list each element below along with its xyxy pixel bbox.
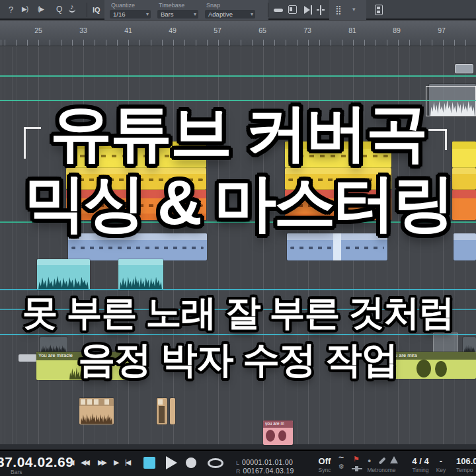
clip-header bbox=[79, 398, 114, 406]
audio-clip-cyan[interactable] bbox=[37, 259, 90, 290]
position-display[interactable]: 37.04.02.69 bbox=[0, 454, 73, 470]
clip-header bbox=[118, 259, 163, 265]
return-to-start-button[interactable]: |◀ bbox=[125, 459, 130, 466]
daw-window: ? ▶) (▶ Q ♪ IQ Quantize 1/16 ▾ Timebase … bbox=[0, 0, 476, 476]
waveform bbox=[120, 272, 162, 290]
waveform-blob bbox=[278, 430, 286, 441]
loop-end-tag: R bbox=[236, 468, 241, 475]
loop-button[interactable] bbox=[208, 458, 223, 468]
fade-curve-icon[interactable]: ~ bbox=[338, 452, 344, 463]
waveform bbox=[159, 406, 165, 423]
toolbar-separator bbox=[87, 3, 87, 17]
bar-number: 49 bbox=[169, 26, 177, 34]
timebase-dropdown[interactable]: Bars ▾ bbox=[157, 10, 198, 19]
key-label: Key bbox=[433, 467, 449, 473]
audio-clip-tan[interactable] bbox=[79, 398, 114, 424]
bar-number: 73 bbox=[303, 26, 311, 34]
toolbar-separator bbox=[268, 3, 268, 17]
tempo-label: Tempo bbox=[456, 467, 473, 473]
pill-icon[interactable] bbox=[274, 9, 283, 12]
waveform bbox=[38, 272, 89, 290]
arrange-view[interactable]: You are miracle u are mira bbox=[0, 47, 476, 450]
position-unit-label: Bars bbox=[11, 469, 22, 475]
snap-label: Snap bbox=[206, 2, 220, 9]
grid-dots-icon[interactable]: ⣿ bbox=[335, 5, 342, 14]
header-chip bbox=[104, 399, 109, 405]
automation-line-teal[interactable] bbox=[0, 75, 476, 77]
metronome-triangle-icon[interactable] bbox=[390, 456, 398, 463]
quantize-label: Quantize bbox=[111, 2, 135, 9]
quantize-strength-icon[interactable]: ♪ bbox=[69, 3, 75, 13]
loop-end-value: 00167.04.03.19 bbox=[243, 467, 294, 475]
tempo-value[interactable]: 106.00 bbox=[456, 456, 476, 466]
top-toolbar: ? ▶) (▶ Q ♪ IQ Quantize 1/16 ▾ Timebase … bbox=[0, 0, 476, 20]
small-clip-fragment[interactable] bbox=[455, 64, 473, 73]
punch-in-icon[interactable]: ▶) bbox=[22, 6, 28, 13]
chevron-down-icon: ▾ bbox=[251, 10, 253, 19]
timing-label: Timing bbox=[409, 467, 432, 473]
stop-button[interactable] bbox=[143, 457, 155, 469]
header-chip bbox=[94, 399, 99, 405]
audio-clip-blue[interactable] bbox=[68, 233, 207, 260]
time-signature-value[interactable]: 4 / 4 bbox=[409, 456, 432, 466]
sync-value[interactable]: Off bbox=[313, 456, 336, 466]
automation-line-cyan[interactable] bbox=[0, 289, 476, 290]
bar-number: 89 bbox=[393, 26, 401, 34]
overlay-subtitle-line1: 못 부른 노래 잘 부른 것처럼 bbox=[0, 294, 476, 331]
prev-bar-button[interactable]: ◀ bbox=[69, 459, 74, 466]
bar-number: 65 bbox=[258, 26, 266, 34]
audio-clip-blue[interactable] bbox=[454, 233, 476, 260]
record-button[interactable] bbox=[186, 457, 196, 468]
quantize-toggle-icon[interactable]: Q bbox=[56, 5, 62, 13]
split-cursor-icon[interactable] bbox=[320, 5, 321, 15]
clip-header bbox=[37, 259, 90, 265]
snap-dropdown[interactable]: Adaptive ▾ bbox=[205, 10, 255, 19]
waveform bbox=[81, 411, 112, 424]
play-button[interactable] bbox=[166, 456, 177, 469]
next-bar-button[interactable]: ▶ bbox=[114, 459, 119, 466]
playhead-highlight bbox=[333, 233, 341, 260]
precount-dot-icon[interactable]: ● bbox=[368, 457, 371, 464]
header-chip bbox=[81, 399, 85, 405]
audio-clip-tan-small[interactable] bbox=[157, 398, 167, 424]
timeline-ruler[interactable]: 25 33 41 49 57 65 73 81 89 97 bbox=[0, 21, 476, 46]
overlay-title-line2: 믹싱 & 마스터링 bbox=[0, 171, 476, 236]
audio-clip-cyan[interactable] bbox=[118, 259, 163, 290]
chevron-down-icon[interactable]: ▾ bbox=[352, 7, 356, 13]
rewind-button[interactable]: ◀◀ bbox=[81, 459, 88, 466]
arrow-bar-icon[interactable] bbox=[304, 6, 310, 14]
loop-end-display[interactable]: R00167.04.03.19 bbox=[236, 464, 294, 476]
film-strip-icon[interactable] bbox=[375, 5, 383, 15]
timebase-value: Bars bbox=[161, 11, 174, 18]
key-value[interactable]: - bbox=[435, 456, 447, 466]
header-chip bbox=[158, 399, 163, 405]
iq-label: IQ bbox=[93, 7, 100, 14]
bar-number: 41 bbox=[124, 26, 132, 34]
bar-number: 81 bbox=[348, 26, 356, 34]
quantize-value: 1/16 bbox=[113, 11, 126, 18]
snap-value: Adaptive bbox=[208, 11, 233, 18]
metronome-label: Metronome bbox=[361, 467, 402, 473]
bar-number: 25 bbox=[34, 26, 42, 34]
timebase-label: Timebase bbox=[159, 2, 184, 9]
punch-out-icon[interactable]: (▶ bbox=[38, 6, 44, 13]
bar-number: 33 bbox=[79, 26, 87, 34]
quantize-dropdown[interactable]: 1/16 ▾ bbox=[110, 10, 151, 19]
clip-header: you are m bbox=[263, 420, 293, 428]
wrench-icon[interactable] bbox=[379, 457, 386, 464]
vocal-clip-pink[interactable]: you are m bbox=[263, 420, 293, 445]
waveform bbox=[71, 247, 204, 249]
waveform-blob bbox=[266, 430, 275, 442]
gear-icon[interactable]: ⚙ bbox=[338, 463, 344, 470]
marker-flag-icon[interactable]: ⚑ bbox=[353, 455, 360, 463]
transport-bar: 37.04.02.69 Bars ◀ ◀◀ ▶▶ ▶ |◀ L00001.01.… bbox=[0, 450, 476, 476]
automation-line-cyan[interactable] bbox=[0, 334, 476, 335]
bar-number: 57 bbox=[214, 26, 221, 34]
audio-clip-blue[interactable] bbox=[287, 233, 387, 260]
monitor-box-icon[interactable] bbox=[288, 5, 297, 14]
help-icon[interactable]: ? bbox=[9, 5, 13, 14]
sync-label: Sync bbox=[313, 467, 336, 473]
audio-clip-tan-sliver[interactable] bbox=[170, 398, 175, 424]
fast-forward-button[interactable]: ▶▶ bbox=[98, 459, 105, 466]
clip-label: you are m bbox=[265, 421, 284, 426]
